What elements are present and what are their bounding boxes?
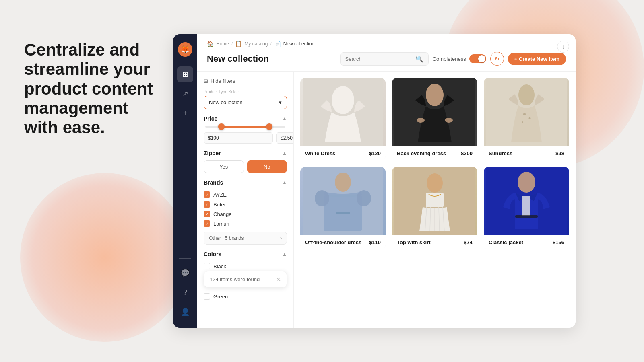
search-input[interactable]	[345, 56, 412, 62]
price-slider-track[interactable]	[205, 126, 285, 128]
product-card-white-dress[interactable]: White Dress $120	[300, 78, 386, 160]
svg-point-7	[518, 84, 535, 105]
svg-point-14	[315, 190, 329, 206]
product-image-back-evening	[392, 78, 477, 146]
brand-label-change: Change	[213, 211, 232, 217]
product-image-sundress	[484, 78, 569, 146]
sidebar-divider	[179, 258, 191, 259]
sidebar-item-chat[interactable]: 💬	[177, 265, 193, 281]
sidebar-item-grid[interactable]: ⊞	[177, 66, 193, 82]
product-image-classic-jacket	[484, 167, 569, 235]
brand-item-buter[interactable]: ✓ Buter	[204, 200, 287, 209]
completeness-toggle-pill[interactable]	[469, 54, 486, 63]
colors-filter-header[interactable]: Colors ▲	[204, 251, 287, 257]
hero-title: Centralize and streamline your product c…	[24, 40, 161, 137]
main-content: 🏠 Home / 📋 My catalog / 📄 New collection…	[197, 34, 576, 328]
product-image-off-shoulder	[300, 167, 386, 235]
product-type-select[interactable]: New collection ▾	[204, 96, 287, 109]
product-card-top-skirt[interactable]: Top with skirt $74	[392, 167, 477, 249]
price-filter-header[interactable]: Price ▲	[204, 115, 287, 122]
product-name-back-evening: Back evening dress	[397, 150, 446, 156]
product-name-classic-jacket: Classic jacket	[489, 239, 523, 245]
product-image-white-dress	[300, 78, 386, 146]
breadcrumb-sep-2: /	[270, 41, 271, 47]
svg-point-1	[332, 86, 354, 114]
brand-item-change[interactable]: ✓ Change	[204, 209, 287, 219]
refresh-icon: ↻	[495, 56, 500, 62]
svg-rect-19	[426, 193, 444, 207]
zipper-filter-header[interactable]: Zipper ▲	[204, 150, 287, 156]
price-filter-section: Price ▲	[204, 115, 287, 144]
product-type-label: Product Type Select	[204, 90, 287, 94]
svg-point-10	[522, 121, 523, 123]
sidebar-item-share[interactable]: ↗	[177, 86, 193, 102]
color-checkbox-green[interactable]	[204, 293, 210, 300]
zipper-chevron-icon: ▲	[282, 150, 287, 156]
brand-checkbox-lamurr[interactable]: ✓	[204, 220, 210, 227]
chevron-down-icon: ▾	[279, 99, 282, 105]
collection-icon: 📄	[274, 41, 281, 47]
price-max-input[interactable]	[276, 132, 294, 144]
product-card-classic-jacket[interactable]: Classic jacket $156	[484, 167, 569, 249]
breadcrumb: 🏠 Home / 📋 My catalog / 📄 New collection	[207, 41, 566, 47]
product-price-sundress: $98	[555, 150, 564, 156]
product-card-off-shoulder[interactable]: Off-the-shoulder dress $110	[300, 167, 386, 249]
svg-point-12	[335, 173, 351, 192]
search-bar[interactable]: 🔍	[340, 52, 429, 66]
refresh-button[interactable]: ↻	[490, 52, 504, 66]
page-title: New collection	[207, 53, 269, 64]
brand-checkbox-change[interactable]: ✓	[204, 211, 210, 217]
items-found-toast: 124 items were found ✕	[204, 271, 287, 288]
price-thumb-left[interactable]	[218, 123, 225, 130]
home-icon: 🏠	[207, 41, 214, 47]
notification-icon[interactable]: ↓	[557, 41, 569, 53]
other-brands-label: Other | 5 brands	[209, 235, 244, 241]
zipper-yes-button[interactable]: Yes	[204, 160, 244, 173]
colors-filter-section: Colors ▲ Black 124 items were found ✕	[204, 251, 287, 301]
color-item-green[interactable]: Green	[204, 292, 287, 301]
brand-checkbox-buter[interactable]: ✓	[204, 201, 210, 208]
brand-item-ayze[interactable]: ✓ AYZE	[204, 190, 287, 200]
brand-checkbox-ayze[interactable]: ✓	[204, 191, 210, 198]
brands-chevron-icon: ▲	[282, 180, 287, 185]
zipper-options: Yes No	[204, 160, 287, 173]
zipper-filter-section: Zipper ▲ Yes No	[204, 150, 287, 173]
color-label-black: Black	[213, 263, 226, 269]
svg-point-8	[523, 113, 526, 115]
sidebar-logo[interactable]: 🦊	[178, 42, 192, 57]
svg-point-9	[529, 117, 531, 119]
sidebar-item-profile[interactable]: 👤	[177, 304, 193, 320]
product-info-sundress: Sundress $98	[484, 146, 569, 160]
create-new-item-button[interactable]: + Create New Item	[508, 53, 566, 65]
hero-section: Centralize and streamline your product c…	[24, 40, 161, 137]
brands-filter-header[interactable]: Brands ▲	[204, 179, 287, 186]
completeness-label: Completeness	[433, 56, 466, 62]
breadcrumb-collection[interactable]: New collection	[283, 41, 314, 47]
header-row: New collection 🔍 Completeness ↻ + Create…	[207, 52, 566, 71]
sidebar-item-add[interactable]: +	[177, 105, 193, 121]
toast-close-button[interactable]: ✕	[276, 276, 281, 283]
brand-item-lamurr[interactable]: ✓ Lamurr	[204, 219, 287, 228]
breadcrumb-home[interactable]: Home	[216, 41, 229, 47]
color-checkbox-black[interactable]	[204, 263, 210, 269]
svg-point-18	[427, 173, 443, 193]
color-item-black[interactable]: Black	[204, 261, 287, 271]
zipper-filter-label: Zipper	[204, 150, 221, 156]
header: 🏠 Home / 📋 My catalog / 📄 New collection…	[197, 34, 576, 72]
product-card-back-evening[interactable]: Back evening dress $200	[392, 78, 477, 160]
colors-chevron-icon: ▲	[282, 251, 287, 257]
breadcrumb-catalog[interactable]: My catalog	[244, 41, 268, 47]
product-info-classic-jacket: Classic jacket $156	[484, 235, 569, 249]
brands-filter-label: Brands	[204, 179, 223, 186]
other-brands-button[interactable]: Other | 5 brands ›	[204, 232, 287, 245]
svg-point-15	[357, 190, 371, 206]
product-price-off-shoulder: $110	[369, 239, 381, 245]
hide-filters-button[interactable]: ⊟ Hide filters	[204, 78, 287, 84]
price-min-input[interactable]	[204, 132, 273, 144]
sidebar-item-help[interactable]: ?	[177, 284, 193, 300]
product-name-sundress: Sundress	[489, 150, 512, 156]
price-thumb-right[interactable]	[266, 123, 272, 130]
product-card-sundress[interactable]: Sundress $98	[484, 78, 569, 160]
color-label-green: Green	[213, 294, 228, 300]
zipper-no-button[interactable]: No	[247, 160, 287, 173]
